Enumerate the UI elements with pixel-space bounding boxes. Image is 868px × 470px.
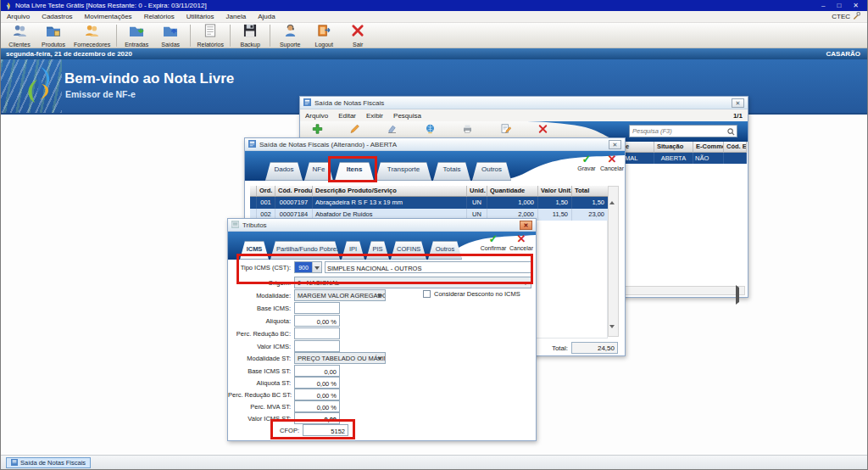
cfop-field[interactable] (303, 424, 348, 436)
app-titlebar: Nota Livre Teste Grátis [Notas Restante:… (1, 0, 867, 11)
close-icon[interactable]: ✕ (609, 140, 621, 149)
chevron-down-icon[interactable] (312, 262, 321, 272)
outputs-icon (163, 24, 178, 41)
cancel-button[interactable]: ✕ Cancelar (508, 233, 535, 251)
perc-reducao-bc-field[interactable] (294, 327, 340, 339)
origem-select[interactable]: 0 - NACIONAL (294, 277, 531, 288)
toolbar-button-backup[interactable]: Backup (233, 24, 267, 48)
close-red-icon (537, 122, 548, 137)
menu-cadastros[interactable]: Cadastros (36, 11, 78, 23)
column-header[interactable]: Ord. (257, 186, 275, 197)
aliquota-field[interactable] (294, 315, 340, 327)
menu-editar[interactable]: Editar (333, 112, 361, 120)
menu-relatorios[interactable]: Relatórios (138, 11, 181, 23)
row-selector-header (250, 186, 257, 197)
menu-utilitarios[interactable]: Utilitários (181, 11, 220, 23)
toolbar-button-fornecedores[interactable]: Fornecedores (70, 24, 114, 48)
tab-totais[interactable]: Totais (433, 162, 470, 181)
confirm-button[interactable]: ✓ Confirmar (477, 233, 509, 251)
column-header[interactable]: Total (572, 186, 608, 197)
desconto-checkbox[interactable] (423, 290, 431, 298)
column-header[interactable]: E-Commerce (693, 142, 724, 153)
modalidade-select[interactable]: MARGEM VALOR AGREGADO (294, 289, 386, 301)
menu-ajuda[interactable]: Ajuda (252, 11, 281, 23)
scroll-up-icon[interactable] (609, 187, 617, 194)
toolbar-label: Backup (241, 42, 260, 48)
save-button[interactable]: ✓ Gravar (572, 154, 601, 171)
tab-outros[interactable]: Outros (428, 241, 462, 260)
base-icms-row: Base ICMS: (228, 302, 536, 314)
menu-exibir[interactable]: Exibir (361, 112, 388, 120)
new-icon (312, 122, 323, 137)
base-icms-field[interactable] (294, 302, 340, 314)
valor-icms-field[interactable] (294, 340, 340, 352)
close-icon[interactable]: ✕ (520, 221, 532, 230)
modalidade-row: Modalidade: MARGEM VALOR AGREGADO Consid… (228, 289, 536, 301)
modalidade-st-select[interactable]: PREÇO TABELADO OU MÁXIMO SUGI (294, 352, 386, 364)
list-window-title: Saída de Notas Fiscais (314, 99, 384, 107)
valor-icms-st-field[interactable] (294, 412, 340, 424)
search-icon[interactable] (727, 124, 737, 139)
date-bar: segunda-feira, 21 de dezembro de 2020 CA… (1, 48, 867, 59)
cst-code-select[interactable]: 900 (294, 261, 322, 273)
column-header[interactable]: Valor Unit. (538, 186, 572, 197)
tab-pis[interactable]: PIS (366, 241, 389, 260)
vertical-scrollbar[interactable] (608, 186, 619, 337)
column-header[interactable]: Cód. Produto (275, 186, 313, 197)
menu-arquivo[interactable]: Arquivo (300, 112, 333, 120)
scroll-right-icon[interactable] (736, 288, 743, 294)
toolbar-button-suporte[interactable]: Suporte (273, 24, 307, 48)
minimize-icon[interactable]: – (821, 0, 825, 11)
column-header[interactable]: Quantidade (487, 186, 538, 197)
tab-itens[interactable]: Itens (335, 162, 374, 181)
clients-icon (12, 24, 28, 41)
tab-icms[interactable]: ICMS (240, 241, 269, 260)
cancel-button[interactable]: ✕ Cancelar (599, 154, 625, 171)
chevron-down-icon (523, 282, 528, 285)
tab-ipi[interactable]: IPI (342, 241, 364, 260)
base-icms-st-field[interactable] (294, 365, 340, 377)
tab-transporte[interactable]: Transporte (376, 162, 431, 181)
column-header[interactable]: Cód. E-C (724, 142, 747, 153)
cst-description-field[interactable] (325, 261, 531, 273)
tab-cofins[interactable]: COFINS (391, 241, 426, 260)
tab-partilha[interactable]: Partilha/Fundo Pobreza (270, 241, 340, 260)
toolbar-button-clientes[interactable]: Clientes (3, 24, 36, 48)
taskbar-item-saida-notas[interactable]: Saída de Notas Fiscais (6, 457, 91, 468)
item-row-selected[interactable]: 001 00007197 Abraçadeira R S F 13 x 19 m… (250, 197, 608, 209)
exit-icon (351, 24, 364, 41)
cst-code-value: 900 (295, 262, 312, 272)
perc-mva-st-field[interactable] (294, 400, 340, 412)
toolbar-button-relatorios[interactable]: Relatórios (193, 24, 227, 48)
column-header[interactable]: Unid. (467, 186, 487, 197)
aliquota-st-field[interactable] (294, 377, 340, 389)
toolbar-button-saidas[interactable]: Saídas (153, 24, 187, 48)
menu-movimentacoes[interactable]: Movimentações (79, 11, 138, 23)
edit-window-title: Saída de Notas Fiscais (Alterando) - ABE… (259, 141, 397, 148)
tab-outros[interactable]: Outros (472, 162, 511, 181)
toolbar-button-sair[interactable]: Sair (341, 24, 375, 48)
support-icon (284, 24, 297, 41)
menu-pesquisa[interactable]: Pesquisa (388, 112, 426, 120)
perc-reducao-bc-st-field[interactable] (294, 389, 340, 400)
items-total: Total: 24,50 (552, 342, 618, 354)
toolbar-button-produtos[interactable]: Produtos (36, 24, 70, 48)
maximize-icon[interactable]: □ (837, 0, 841, 11)
menu-janela[interactable]: Janela (220, 11, 253, 23)
column-header[interactable]: Situação (654, 142, 693, 153)
column-header[interactable]: Descrição Produto/Serviço (313, 186, 467, 197)
banner-title: Bem-vindo ao Nota Livre (64, 70, 234, 87)
toolbar-label: Suporte (280, 42, 301, 48)
desconto-checkbox-group: Considerar Desconto no ICMS (423, 290, 520, 298)
close-icon[interactable]: ✕ (732, 98, 744, 108)
toolbar-button-logout[interactable]: Logout (307, 24, 341, 48)
total-value: 24,50 (571, 342, 618, 354)
tab-dados[interactable]: Dados (265, 162, 303, 181)
tab-nfe[interactable]: NFe (304, 162, 333, 181)
toolbar-button-entradas[interactable]: Entradas (120, 24, 153, 48)
menu-arquivo[interactable]: Arquivo (1, 11, 36, 23)
scroll-down-icon[interactable] (609, 328, 617, 336)
close-icon[interactable]: ✕ (853, 0, 859, 11)
search-input[interactable] (630, 127, 727, 135)
toolbar-separator (230, 25, 231, 47)
